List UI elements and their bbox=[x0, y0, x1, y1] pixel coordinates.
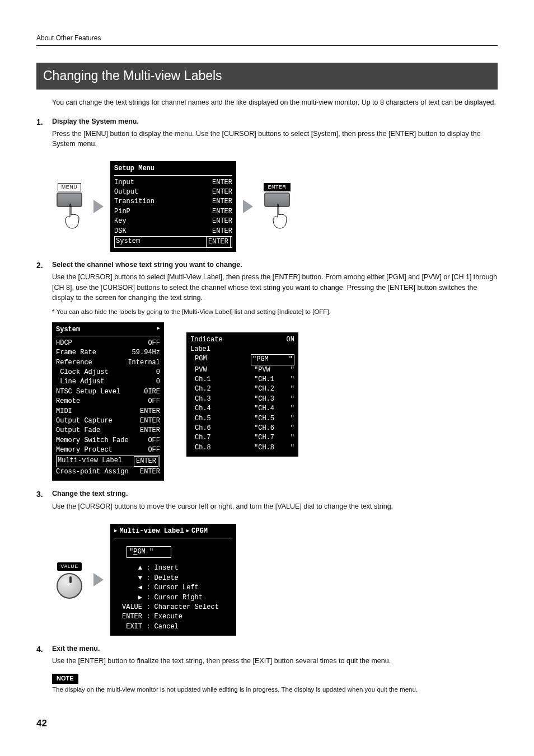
step-2-text: Use the [CURSOR] buttons to select [Mult… bbox=[52, 272, 498, 302]
page-title: Changing the Multi-view Labels bbox=[36, 63, 498, 89]
setup-item-value: ENTER bbox=[212, 217, 232, 226]
header-section-link: About Other Features bbox=[36, 34, 498, 43]
triangle-right-icon: ▶ bbox=[157, 325, 160, 335]
system-menu-screen: System ▶ HDCPOFF Frame Rate59.94Hz Refer… bbox=[52, 322, 164, 481]
intro-text: You can change the text strings for chan… bbox=[52, 97, 498, 107]
mv-row-value: "CH.8 " bbox=[254, 443, 294, 453]
step-2-title: Select the channel whose text string you… bbox=[52, 260, 498, 270]
step-3-illustration: VALUE ▶ Multi-view Label ▶ CPGM "PGM " ▲… bbox=[52, 524, 498, 636]
step-4-text: Use the [ENTER] button to finalize the t… bbox=[52, 656, 498, 666]
multiview-label-screen: IndicateON Label PGM "PGM " PVW"PVW " Ch… bbox=[186, 332, 298, 457]
legend-key: ENTER bbox=[114, 612, 142, 622]
setup-item-value: ENTER bbox=[212, 197, 232, 206]
step-1-title: Display the System menu. bbox=[52, 116, 498, 126]
mv-row-label: Ch.8 bbox=[190, 443, 211, 453]
system-item: Reference bbox=[56, 358, 92, 368]
system-menu-title: System bbox=[56, 325, 80, 335]
mv-row-value: "CH.5 " bbox=[254, 414, 294, 424]
system-item: Line Adjust bbox=[56, 377, 104, 387]
legend-key: ▶ bbox=[114, 593, 142, 603]
breadcrumb-item: Multi-view Label bbox=[119, 527, 184, 536]
mv-row-label: Ch.6 bbox=[190, 424, 211, 433]
arrow-right-icon bbox=[93, 573, 104, 586]
legend-value: Delete bbox=[154, 574, 179, 582]
legend-value: Character Select bbox=[154, 603, 219, 611]
step-2-number: 2. bbox=[36, 260, 52, 316]
step-1-number: 1. bbox=[36, 116, 52, 153]
mv-label-heading: Label bbox=[190, 345, 294, 354]
header-rule bbox=[36, 45, 498, 46]
legend-value: Cursor Right bbox=[154, 594, 203, 602]
label-editor-screen: ▶ Multi-view Label ▶ CPGM "PGM " ▲ : Ins… bbox=[110, 524, 236, 636]
mv-row-value: "CH.7 " bbox=[254, 433, 294, 443]
legend-value: Execute bbox=[154, 613, 182, 621]
system-item-value: ENTER bbox=[140, 426, 160, 435]
enter-button-graphic: ENTER bbox=[260, 181, 294, 232]
setup-item-value: ENTER bbox=[212, 178, 232, 187]
step-3-text: Use the [CURSOR] buttons to move the cur… bbox=[52, 501, 498, 511]
step-2-footnote: * You can also hide the labels by going … bbox=[52, 307, 498, 317]
step-3-title: Change the text string. bbox=[52, 489, 498, 499]
legend-value: Insert bbox=[154, 564, 179, 572]
system-item: Multi-view Label bbox=[58, 456, 122, 467]
system-item-value: 0 bbox=[156, 377, 160, 387]
system-item-value: ENTER bbox=[134, 456, 158, 467]
setup-item: Output bbox=[114, 187, 138, 197]
mv-row-label: Ch.3 bbox=[190, 395, 211, 404]
step-2-illustration: System ▶ HDCPOFF Frame Rate59.94Hz Refer… bbox=[52, 322, 498, 481]
editor-text-field: "PGM " bbox=[127, 546, 171, 558]
setup-item: PinP bbox=[114, 207, 130, 217]
setup-item-highlight: System ENTER bbox=[114, 236, 232, 248]
system-item-value: 0IRE bbox=[144, 387, 160, 397]
mv-row-value: "CH.2 " bbox=[254, 384, 294, 394]
mv-row-value: "CH.4 " bbox=[254, 404, 294, 414]
page-number: 42 bbox=[36, 717, 498, 731]
mv-row-value-highlight: "PGM " bbox=[251, 354, 294, 365]
setup-item: System bbox=[116, 237, 140, 247]
system-item-value: OFF bbox=[148, 397, 160, 406]
system-item-value: OFF bbox=[148, 436, 160, 445]
mv-row-label: Ch.2 bbox=[190, 384, 211, 394]
menu-button-label: MENU bbox=[58, 183, 82, 191]
system-item-value: ENTER bbox=[140, 467, 160, 477]
system-item: Remote bbox=[56, 397, 80, 406]
system-item: Clock Adjust bbox=[56, 368, 109, 377]
legend-value: Cursor Left bbox=[154, 584, 199, 591]
mv-row-value: "CH.3 " bbox=[254, 395, 294, 404]
system-item-highlight: Multi-view Label ENTER bbox=[56, 456, 160, 467]
setup-item-value: ENTER bbox=[212, 187, 232, 197]
setup-item: DSK bbox=[114, 227, 127, 236]
mv-row-label: Ch.4 bbox=[190, 404, 211, 414]
system-item: NTSC Setup Level bbox=[56, 387, 120, 397]
setup-menu-title: Setup Menu bbox=[114, 164, 232, 175]
mv-row-label: Ch.5 bbox=[190, 414, 211, 424]
step-4-title: Exit the menu. bbox=[52, 644, 498, 654]
legend-key: VALUE bbox=[114, 603, 142, 612]
legend-key: ◀ bbox=[114, 583, 142, 593]
triangle-right-icon: ▶ bbox=[114, 528, 117, 535]
setup-menu-screen: Setup Menu InputENTER OutputENTER Transi… bbox=[110, 161, 236, 252]
breadcrumb-item: CPGM bbox=[191, 527, 208, 536]
step-4-number: 4. bbox=[36, 644, 52, 694]
system-item-value: ENTER bbox=[140, 416, 160, 426]
system-item-value: Internal bbox=[128, 358, 160, 368]
mv-row-label: Ch.1 bbox=[190, 375, 211, 384]
hand-icon bbox=[272, 204, 294, 232]
system-item: Frame Rate bbox=[56, 348, 96, 358]
system-item: Cross-point Assign bbox=[56, 467, 129, 477]
menu-button-graphic: MENU bbox=[52, 181, 87, 232]
mv-row-label: PVW bbox=[190, 365, 207, 375]
system-item: HDCP bbox=[56, 339, 72, 348]
mv-row-label: Ch.7 bbox=[190, 433, 211, 443]
hand-icon bbox=[64, 204, 87, 232]
step-1-text: Press the [MENU] button to display the m… bbox=[52, 129, 498, 149]
note-text: The display on the multi-view monitor is… bbox=[52, 685, 498, 694]
system-item-value: ENTER bbox=[140, 407, 160, 416]
mv-row-label: PGM bbox=[190, 354, 207, 365]
setup-item: Input bbox=[114, 178, 134, 187]
value-dial-label: VALUE bbox=[57, 562, 81, 571]
triangle-right-icon: ▶ bbox=[186, 528, 189, 535]
arrow-right-icon bbox=[243, 200, 253, 213]
step-3-number: 3. bbox=[36, 489, 52, 515]
legend-key: EXIT bbox=[114, 622, 142, 632]
